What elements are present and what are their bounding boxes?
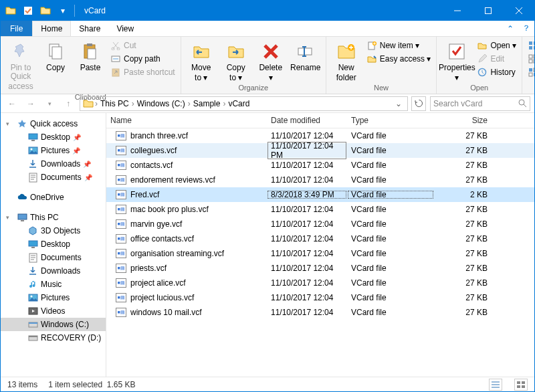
view-tab[interactable]: View: [108, 21, 142, 36]
nav-item[interactable]: 3D Objects: [1, 224, 106, 237]
collapse-ribbon-button[interactable]: ⌃: [502, 21, 518, 36]
file-date: 11/10/2017 12:04: [267, 278, 347, 288]
nav-item-desktop[interactable]: Desktop📌: [1, 130, 106, 144]
ribbon: Pin to Quickaccess Copy Paste Cut Copy p…: [1, 37, 534, 94]
file-row[interactable]: ■▤contacts.vcf 11/10/2017 12:04 VCard fi…: [106, 158, 534, 173]
nav-this-pc[interactable]: ▾This PC: [1, 211, 106, 224]
file-row[interactable]: ■▤mac book pro plus.vcf 11/10/2017 12:04…: [106, 202, 534, 217]
nav-item-documents[interactable]: Documents📌: [1, 171, 106, 184]
nav-item[interactable]: Music: [1, 278, 106, 291]
recent-locations-button[interactable]: ▾: [42, 96, 57, 111]
file-row[interactable]: ■▤collegues.vcf 11/10/2017 12:04 PM VCar…: [106, 143, 534, 158]
column-date[interactable]: Date modified: [267, 116, 347, 125]
drive-icon: [27, 319, 38, 330]
file-row[interactable]: ■▤office contacts.vcf 11/10/2017 12:04 V…: [106, 231, 534, 246]
column-name[interactable]: Name: [106, 116, 267, 125]
delete-button[interactable]: Delete▾: [255, 39, 287, 82]
breadcrumb-item[interactable]: This PC: [99, 99, 130, 108]
vcard-file-icon: ■▤: [116, 161, 126, 170]
file-name: project alice.vcf: [130, 278, 186, 288]
open-button[interactable]: Open ▾: [475, 39, 518, 52]
share-tab[interactable]: Share: [71, 21, 108, 36]
file-row[interactable]: ■▤marvin gye.vcf 11/10/2017 12:04 VCard …: [106, 217, 534, 231]
file-row[interactable]: ■▤project alice.vcf 11/10/2017 12:04 VCa…: [106, 276, 534, 290]
select-none-button[interactable]: Select none: [526, 53, 535, 65]
easy-access-button[interactable]: Easy access ▾: [365, 53, 433, 65]
file-row[interactable]: ■▤project lucious.vcf 11/10/2017 12:04 V…: [106, 290, 534, 305]
copy-icon: [45, 41, 66, 62]
file-rows: ■▤branch three.vcf 11/10/2017 12:04 VCar…: [106, 128, 534, 377]
file-row[interactable]: ■▤organisation streaming.vcf 11/10/2017 …: [106, 246, 534, 261]
large-icons-view-button[interactable]: [514, 379, 528, 391]
ribbon-group-open: Properties▾ Open ▾ Edit History Open: [437, 37, 522, 94]
maximize-button[interactable]: [473, 1, 504, 21]
new-folder-button[interactable]: Newfolder: [330, 39, 362, 82]
group-label: New: [374, 82, 389, 93]
details-view-button[interactable]: [489, 379, 502, 391]
copy-to-button[interactable]: Copyto ▾: [220, 39, 252, 82]
file-size: 2 KB: [434, 190, 492, 199]
close-button[interactable]: [504, 1, 534, 21]
qat-checkbox-icon[interactable]: [21, 3, 35, 18]
refresh-button[interactable]: [411, 96, 426, 111]
rename-button[interactable]: Rename: [290, 39, 322, 72]
file-row[interactable]: ■▤windows 10 mail.vcf 11/10/2017 12:04 V…: [106, 305, 534, 320]
nav-quick-access[interactable]: ▾Quick access: [1, 117, 106, 130]
file-row[interactable]: ■▤endorement reviews.vcf 11/10/2017 12:0…: [106, 173, 534, 187]
home-tab[interactable]: Home: [32, 21, 71, 36]
paste-shortcut-button[interactable]: Paste shortcut: [109, 66, 177, 78]
file-type: VCard file: [347, 205, 434, 214]
new-item-button[interactable]: New item ▾: [365, 39, 433, 52]
help-button[interactable]: ？: [518, 21, 534, 36]
breadcrumb-item[interactable]: vCard: [227, 99, 251, 108]
nav-onedrive[interactable]: ▸OneDrive: [1, 191, 106, 204]
nav-item-pictures[interactable]: Pictures📌: [1, 144, 106, 157]
vcard-file-icon: ■▤: [116, 278, 126, 288]
search-box[interactable]: Search vCard: [430, 96, 530, 111]
rename-icon: [295, 41, 316, 62]
qat-dropdown-icon[interactable]: ▾: [56, 3, 70, 18]
svg-rect-30: [29, 134, 37, 139]
pin-to-quick-access-button[interactable]: Pin to Quickaccess: [5, 39, 37, 92]
history-button[interactable]: History: [475, 66, 518, 78]
nav-item[interactable]: Videos: [1, 304, 106, 318]
move-to-button[interactable]: Moveto ▾: [185, 39, 217, 82]
nav-item[interactable]: Downloads: [1, 264, 106, 278]
nav-item[interactable]: RECOVERY (D:): [1, 331, 106, 345]
forward-button[interactable]: →: [23, 96, 38, 111]
breadcrumb-item[interactable]: Sample: [192, 99, 222, 108]
nav-item[interactable]: Desktop: [1, 237, 106, 251]
file-tab[interactable]: File: [1, 21, 32, 36]
drive-icon: [27, 306, 38, 316]
select-all-button[interactable]: Select all: [526, 39, 535, 52]
nav-item[interactable]: Documents: [1, 251, 106, 264]
up-button[interactable]: ↑: [61, 96, 76, 111]
paste-icon: [80, 41, 101, 62]
file-row[interactable]: ■▤priests.vcf 11/10/2017 12:04 VCard fil…: [106, 261, 534, 276]
star-icon: [17, 118, 27, 129]
nav-item-downloads[interactable]: Downloads📌: [1, 157, 106, 171]
nav-item[interactable]: Windows (C:): [1, 318, 106, 331]
svg-rect-47: [517, 381, 520, 384]
copy-path-button[interactable]: Copy path: [109, 53, 177, 65]
paste-button[interactable]: Paste: [74, 39, 106, 72]
file-date: 11/10/2017 12:04: [267, 293, 347, 302]
nav-item[interactable]: Pictures: [1, 291, 106, 304]
column-headers[interactable]: Name Date modified Type Size: [106, 113, 534, 128]
address-dropdown-icon[interactable]: ⌄: [393, 99, 405, 108]
breadcrumb-item[interactable]: Windows (C:): [136, 99, 187, 108]
minimize-button[interactable]: [442, 1, 473, 21]
column-size[interactable]: Size: [434, 116, 492, 125]
column-type[interactable]: Type: [347, 116, 434, 125]
cut-button[interactable]: Cut: [109, 39, 177, 52]
copy-button[interactable]: Copy: [39, 39, 72, 72]
navigation-pane[interactable]: ▾Quick access Desktop📌Pictures📌Downloads…: [1, 113, 106, 377]
address-bar[interactable]: › This PC› Windows (C:)› Sample› vCard ⌄: [80, 96, 408, 111]
edit-button[interactable]: Edit: [475, 53, 518, 65]
back-button[interactable]: ←: [5, 96, 19, 111]
properties-button[interactable]: Properties▾: [441, 39, 473, 82]
svg-rect-37: [29, 241, 37, 246]
invert-selection-button[interactable]: Invert selection: [526, 66, 535, 78]
file-row[interactable]: ■▤Fred.vcf 8/3/2018 3:49 PM VCard file 2…: [106, 187, 534, 202]
pin-icon: 📌: [83, 161, 92, 168]
